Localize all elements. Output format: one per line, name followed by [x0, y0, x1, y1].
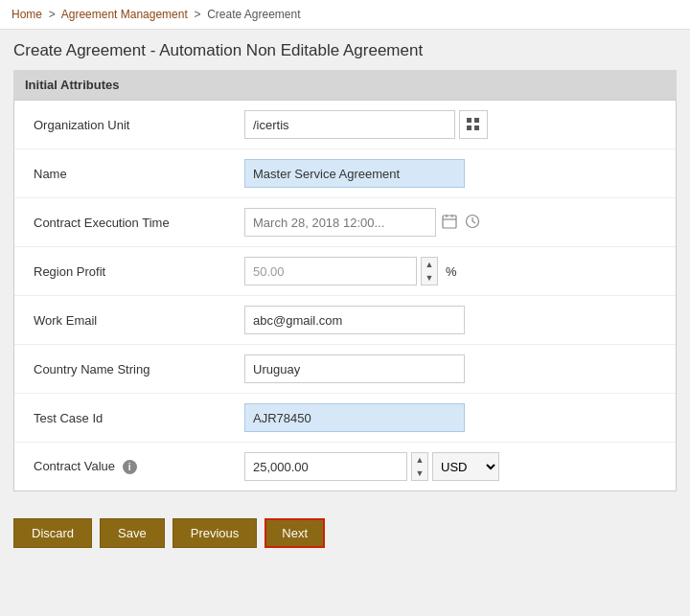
contract-value-info-icon: i	[123, 460, 137, 474]
country-name-string-row: Country Name String	[14, 345, 676, 394]
contract-execution-time-row: Contract Execution Time	[14, 198, 676, 247]
work-email-input[interactable]	[244, 306, 465, 334]
previous-button[interactable]: Previous	[172, 518, 258, 548]
contract-value-field: ▲ ▼ USD EUR GBP	[244, 452, 656, 481]
country-name-string-field	[244, 354, 656, 383]
contract-value-label: Contract Value i	[34, 459, 244, 474]
svg-rect-0	[443, 216, 456, 228]
page-title: Create Agreement - Automation Non Editab…	[0, 30, 690, 70]
breadcrumb-current: Create Agreement	[207, 8, 300, 21]
organization-unit-field	[244, 110, 656, 139]
contract-execution-time-label: Contract Execution Time	[34, 216, 244, 230]
test-case-id-input[interactable]	[244, 403, 465, 432]
name-input[interactable]	[244, 159, 465, 188]
contract-value-down-arrow[interactable]: ▼	[412, 467, 427, 480]
contract-value-input[interactable]	[244, 452, 407, 481]
work-email-label: Work Email	[34, 313, 244, 328]
breadcrumb-home[interactable]: Home	[12, 8, 42, 21]
calendar-icon	[442, 214, 457, 229]
clock-icon	[465, 214, 480, 229]
contract-value-spinner: ▲ ▼	[411, 452, 428, 481]
next-button[interactable]: Next	[264, 518, 325, 548]
region-profit-down-arrow[interactable]: ▼	[422, 271, 437, 285]
breadcrumb-agreement-management[interactable]: Agreement Management	[61, 8, 188, 21]
country-name-string-input[interactable]	[244, 354, 465, 383]
test-case-id-field	[244, 403, 656, 432]
region-profit-spinner: ▲ ▼	[421, 257, 438, 285]
name-row: Name	[14, 149, 676, 198]
test-case-id-row: Test Case Id	[14, 394, 676, 443]
organization-unit-picker-button[interactable]	[459, 110, 488, 139]
work-email-row: Work Email	[14, 296, 676, 345]
footer-buttons: Discard Save Previous Next	[0, 505, 690, 561]
organization-unit-label: Organization Unit	[34, 118, 244, 132]
organization-unit-row: Organization Unit	[14, 101, 676, 149]
region-profit-field: ▲ ▼ %	[244, 257, 656, 285]
country-name-string-label: Country Name String	[34, 362, 244, 376]
currency-select[interactable]: USD EUR GBP	[432, 452, 499, 481]
contract-value-up-arrow[interactable]: ▲	[412, 453, 427, 467]
organization-unit-input[interactable]	[244, 110, 455, 139]
save-button[interactable]: Save	[100, 518, 165, 548]
section-header: Initial Attributes	[13, 70, 677, 100]
contract-value-row: Contract Value i ▲ ▼ USD EUR GBP	[14, 443, 676, 491]
svg-line-6	[472, 221, 475, 223]
calendar-icon-button[interactable]	[440, 212, 459, 234]
work-email-field	[244, 306, 656, 334]
breadcrumb: Home > Agreement Management > Create Agr…	[0, 0, 690, 30]
contract-execution-time-field	[244, 208, 656, 237]
region-profit-up-arrow[interactable]: ▲	[422, 258, 437, 271]
region-profit-label: Region Profit	[34, 264, 244, 279]
test-case-id-label: Test Case Id	[34, 411, 244, 425]
region-profit-input[interactable]	[244, 257, 417, 285]
name-field	[244, 159, 656, 188]
contract-execution-time-input[interactable]	[244, 208, 436, 237]
clock-icon-button[interactable]	[463, 212, 482, 234]
percent-label: %	[446, 264, 457, 279]
grid-icon	[467, 118, 480, 131]
name-label: Name	[34, 167, 244, 181]
discard-button[interactable]: Discard	[13, 518, 92, 548]
region-profit-row: Region Profit ▲ ▼ %	[14, 247, 676, 296]
